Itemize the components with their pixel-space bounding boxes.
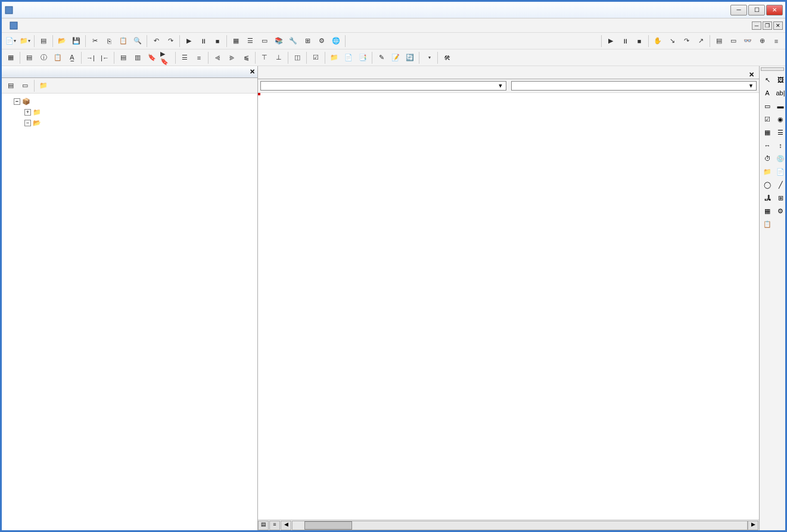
indent-button[interactable]: →|: [84, 51, 97, 64]
tree-classmodules-folder[interactable]: −📂: [3, 117, 256, 128]
open-button[interactable]: 📂: [55, 35, 69, 48]
checkbox-tool[interactable]: ☑: [762, 114, 773, 125]
maximize-button[interactable]: ☐: [748, 5, 765, 15]
component-manager-button[interactable]: ⚙: [315, 35, 328, 48]
cut-button[interactable]: ✂: [88, 35, 101, 48]
toggle-breakpoint-button[interactable]: ✋: [651, 35, 664, 48]
comment-button[interactable]: ▤: [117, 51, 130, 64]
align-top-button[interactable]: ⊤: [258, 51, 271, 64]
textbox-tool[interactable]: ab|: [775, 88, 785, 98]
align-left-button[interactable]: ⫷: [211, 51, 224, 64]
pointer-tool[interactable]: ↖: [762, 74, 773, 85]
tree-forms-folder[interactable]: +📁: [3, 107, 256, 117]
outdent-button[interactable]: |←: [98, 51, 111, 64]
next-bookmark-button[interactable]: ▶🔖: [160, 51, 173, 64]
other-utilities-dropdown[interactable]: ▾: [422, 53, 435, 62]
hscrollbar-tool[interactable]: ↔: [762, 140, 773, 151]
debug-stop-button[interactable]: ■: [633, 35, 646, 48]
vscrollbar-tool[interactable]: ↕: [775, 140, 785, 151]
step-out-button[interactable]: ↗: [694, 35, 707, 48]
minimize-button[interactable]: ─: [730, 5, 747, 15]
image-tool[interactable]: 🏞: [762, 192, 773, 203]
titlebar[interactable]: ─ ☐ ✕: [2, 2, 785, 18]
same-size-button[interactable]: ◫: [291, 51, 304, 64]
project-explorer-button[interactable]: ▦: [229, 35, 242, 48]
toggle-folders-button[interactable]: 📁: [37, 79, 50, 92]
folder-button[interactable]: 📁: [328, 51, 341, 64]
uncomment-button[interactable]: ▥: [131, 51, 144, 64]
tree-project-root[interactable]: −📦: [3, 96, 256, 107]
code-editor[interactable]: [258, 93, 759, 519]
frame-tool[interactable]: ▭: [762, 101, 773, 111]
data-tool[interactable]: ⊞: [775, 192, 785, 203]
full-module-view-button[interactable]: ≡: [269, 521, 280, 530]
combobox-tool[interactable]: ▦: [762, 127, 773, 138]
view-code-button[interactable]: ▤: [4, 79, 17, 92]
toolbox-button[interactable]: 🔧: [287, 35, 300, 48]
locals-button[interactable]: ▤: [713, 35, 726, 48]
object-dropdown[interactable]: ▼: [260, 81, 506, 91]
find-button[interactable]: 🔍: [131, 35, 144, 48]
undo-button[interactable]: ↶: [150, 35, 163, 48]
add-form-button[interactable]: 📄▾: [4, 35, 17, 48]
paste-button[interactable]: 📋: [117, 35, 130, 48]
start-button[interactable]: ▶: [182, 35, 195, 48]
vss-button[interactable]: 🌐: [329, 35, 343, 48]
dirlistbox-tool[interactable]: 📁: [762, 166, 773, 177]
procedure-view-button[interactable]: ▤: [258, 521, 269, 530]
stop-button[interactable]: ■: [211, 35, 224, 48]
custom-tool-2[interactable]: 📋: [762, 219, 773, 229]
list-constants-button[interactable]: ▤: [23, 51, 36, 64]
app-menu-icon[interactable]: [4, 20, 23, 32]
filelistbox-tool[interactable]: 📄: [775, 166, 785, 177]
custom-tool[interactable]: ⚙: [775, 206, 785, 216]
debug-pause-button[interactable]: ⏸: [618, 35, 632, 48]
menu-editor-button[interactable]: ▤: [37, 35, 50, 48]
ole-tool[interactable]: ▦: [762, 206, 773, 216]
quick-info-button[interactable]: ⓘ: [37, 51, 50, 64]
drivelistbox-tool[interactable]: 💿: [775, 153, 785, 164]
properties-button[interactable]: ☰: [244, 35, 257, 48]
object-browser-button[interactable]: 📚: [272, 35, 285, 48]
label-tool[interactable]: A: [762, 88, 773, 98]
add-project-button[interactable]: 📁▾: [18, 35, 32, 48]
align-center-button[interactable]: ⫸: [225, 51, 238, 64]
tools-button[interactable]: 🛠: [440, 51, 453, 64]
unlist-button[interactable]: ≡: [192, 51, 206, 64]
list-properties-button[interactable]: ▦: [4, 51, 17, 64]
project-tree[interactable]: −📦 +📁 −📂: [2, 94, 257, 530]
align-bottom-button[interactable]: ⊥: [272, 51, 285, 64]
step-into-button[interactable]: ↘: [665, 35, 679, 48]
view-object-button[interactable]: ▭: [18, 79, 32, 92]
panel-close-button[interactable]: ✕: [250, 68, 255, 76]
align-right-button[interactable]: ⫹: [239, 51, 253, 64]
code-hscrollbar[interactable]: ▤ ≡ ◀ ▶: [258, 519, 759, 530]
mdi-restore-button[interactable]: ❐: [763, 21, 772, 30]
parameter-info-button[interactable]: 📋: [51, 51, 64, 64]
complete-word-button[interactable]: A̲: [66, 51, 79, 64]
call-stack-button[interactable]: ≡: [770, 35, 783, 48]
data-view-button[interactable]: ⊞: [301, 35, 314, 48]
line-tool[interactable]: ╱: [775, 179, 785, 190]
module-button[interactable]: 📄: [342, 51, 355, 64]
class-button[interactable]: 📑: [356, 51, 369, 64]
toggle-bookmark-button[interactable]: 🔖: [145, 51, 158, 64]
quickwatch-button[interactable]: ⊕: [755, 35, 769, 48]
timer-tool[interactable]: ⏱: [762, 153, 773, 164]
form-layout-button[interactable]: ▭: [258, 35, 271, 48]
redo-button[interactable]: ↷: [164, 35, 177, 48]
procedure-dropdown[interactable]: ▼: [511, 81, 757, 91]
commandbutton-tool[interactable]: ▬: [775, 101, 785, 111]
mdi-minimize-button[interactable]: ─: [752, 21, 761, 30]
picturebox-tool[interactable]: 🖼: [775, 74, 785, 85]
edit-button[interactable]: 📝: [389, 51, 402, 64]
options-button[interactable]: ☑: [309, 51, 322, 64]
copy-button[interactable]: ⎘: [102, 35, 116, 48]
toolbox-tab-general[interactable]: [761, 67, 784, 71]
pencil-button[interactable]: ✎: [375, 51, 388, 64]
save-button[interactable]: 💾: [70, 35, 83, 48]
shape-tool[interactable]: ◯: [762, 179, 773, 190]
watch-button[interactable]: 👓: [741, 35, 754, 48]
list-button[interactable]: ☰: [178, 51, 191, 64]
refresh-button[interactable]: 🔄: [403, 51, 416, 64]
